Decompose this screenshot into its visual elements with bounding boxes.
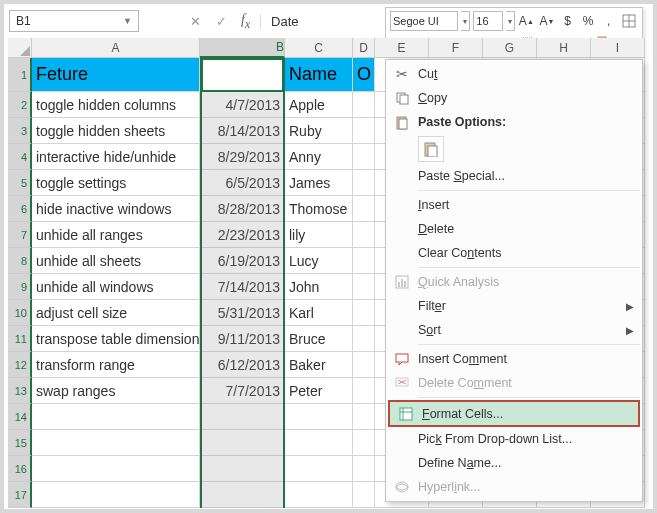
cell[interactable]: 6/5/2013 [200, 170, 285, 196]
cell[interactable] [285, 404, 353, 430]
row-header[interactable]: 7 [8, 222, 32, 248]
row-header[interactable]: 2 [8, 92, 32, 118]
cell[interactable] [32, 430, 200, 456]
cell[interactable] [32, 456, 200, 482]
chevron-down-icon[interactable]: ▼ [123, 16, 132, 26]
cell[interactable]: unhide all windows [32, 274, 200, 300]
cell[interactable] [353, 144, 375, 170]
row-header[interactable]: 16 [8, 456, 32, 482]
format-cells-icon[interactable] [620, 12, 638, 30]
cell[interactable]: Bruce [285, 326, 353, 352]
row-header[interactable]: 6 [8, 196, 32, 222]
cell[interactable] [353, 248, 375, 274]
ctx-insert-comment[interactable]: Insert Comment [386, 347, 642, 371]
cell[interactable] [353, 196, 375, 222]
cell[interactable]: 2/23/2013 [200, 222, 285, 248]
accept-formula-button[interactable]: ✓ [211, 11, 231, 31]
row-header[interactable]: 13 [8, 378, 32, 404]
cell[interactable] [353, 92, 375, 118]
fx-icon[interactable]: fx [241, 12, 250, 31]
cell[interactable] [200, 430, 285, 456]
col-header-f[interactable]: F [429, 38, 483, 58]
percent-format-icon[interactable]: % [579, 12, 597, 30]
col-header-d[interactable]: D [353, 38, 375, 58]
cell[interactable]: 7/7/2013 [200, 378, 285, 404]
cell[interactable] [353, 352, 375, 378]
cell[interactable] [353, 482, 375, 508]
cell[interactable]: 5/31/2013 [200, 300, 285, 326]
col-header-g[interactable]: G [483, 38, 537, 58]
cell[interactable]: interactive hide/unhide [32, 144, 200, 170]
col-header-h[interactable]: H [537, 38, 591, 58]
col-header-b[interactable]: B [200, 38, 285, 58]
cell[interactable] [32, 404, 200, 430]
font-size-select[interactable]: 16 [473, 11, 502, 31]
cell[interactable] [200, 456, 285, 482]
cell[interactable] [200, 482, 285, 508]
ctx-insert[interactable]: Insert [386, 193, 642, 217]
cell[interactable] [200, 404, 285, 430]
cell[interactable]: adjust cell size [32, 300, 200, 326]
cell[interactable]: 9/11/2013 [200, 326, 285, 352]
row-header[interactable]: 15 [8, 430, 32, 456]
cell[interactable]: Karl [285, 300, 353, 326]
cell[interactable]: 8/29/2013 [200, 144, 285, 170]
ctx-pick-from-list[interactable]: Pick From Drop-down List... [386, 427, 642, 451]
cell[interactable]: toggle hidden sheets [32, 118, 200, 144]
header-cell[interactable]: Name [285, 58, 353, 92]
cell[interactable]: James [285, 170, 353, 196]
header-cell[interactable]: Feture [32, 58, 200, 92]
cell[interactable] [353, 118, 375, 144]
row-header[interactable]: 12 [8, 352, 32, 378]
cell[interactable]: 8/28/2013 [200, 196, 285, 222]
ctx-copy[interactable]: Copy [386, 86, 642, 110]
row-header[interactable]: 8 [8, 248, 32, 274]
cell[interactable] [353, 456, 375, 482]
formula-bar[interactable]: Date [260, 14, 360, 29]
row-header[interactable]: 4 [8, 144, 32, 170]
cancel-formula-button[interactable]: ✕ [185, 11, 205, 31]
cell[interactable] [353, 222, 375, 248]
cell[interactable] [353, 326, 375, 352]
cell[interactable]: unhide all ranges [32, 222, 200, 248]
col-header-i[interactable]: I [591, 38, 645, 58]
ctx-paste-special[interactable]: Paste Special... [386, 164, 642, 188]
decrease-font-icon[interactable]: A▼ [538, 12, 556, 30]
increase-font-icon[interactable]: A▲ [518, 12, 536, 30]
col-header-c[interactable]: C [285, 38, 353, 58]
row-header[interactable]: 14 [8, 404, 32, 430]
row-header[interactable]: 11 [8, 326, 32, 352]
cell[interactable]: 8/14/2013 [200, 118, 285, 144]
chevron-down-icon[interactable]: ▾ [506, 11, 515, 31]
cell[interactable]: 4/7/2013 [200, 92, 285, 118]
row-header[interactable]: 17 [8, 482, 32, 508]
font-name-select[interactable]: Segoe UI [390, 11, 458, 31]
cell[interactable] [353, 170, 375, 196]
comma-format-icon[interactable]: , [600, 12, 618, 30]
cell[interactable] [353, 404, 375, 430]
row-header[interactable]: 3 [8, 118, 32, 144]
cell[interactable] [285, 482, 353, 508]
cell[interactable]: 7/14/2013 [200, 274, 285, 300]
ctx-sort[interactable]: Sort ▶ [386, 318, 642, 342]
header-cell[interactable]: O [353, 58, 375, 92]
cell[interactable] [32, 482, 200, 508]
cell[interactable] [353, 274, 375, 300]
col-header-e[interactable]: E [375, 38, 429, 58]
col-header-a[interactable]: A [32, 38, 200, 58]
row-header[interactable]: 5 [8, 170, 32, 196]
ctx-delete[interactable]: Delete [386, 217, 642, 241]
paste-button[interactable] [418, 136, 444, 162]
ctx-define-name[interactable]: Define Name... [386, 451, 642, 475]
row-header[interactable]: 1 [8, 58, 32, 92]
cell[interactable]: Thomose [285, 196, 353, 222]
ctx-clear-contents[interactable]: Clear Contents [386, 241, 642, 265]
select-all-button[interactable] [8, 38, 32, 58]
accounting-format-icon[interactable]: $ [559, 12, 577, 30]
cell[interactable]: Ruby [285, 118, 353, 144]
cell[interactable]: transpose table dimensions [32, 326, 200, 352]
ctx-format-cells[interactable]: Format Cells... [388, 400, 640, 427]
cell[interactable]: toggle hidden columns [32, 92, 200, 118]
cell[interactable]: Anny [285, 144, 353, 170]
cell[interactable]: Baker [285, 352, 353, 378]
